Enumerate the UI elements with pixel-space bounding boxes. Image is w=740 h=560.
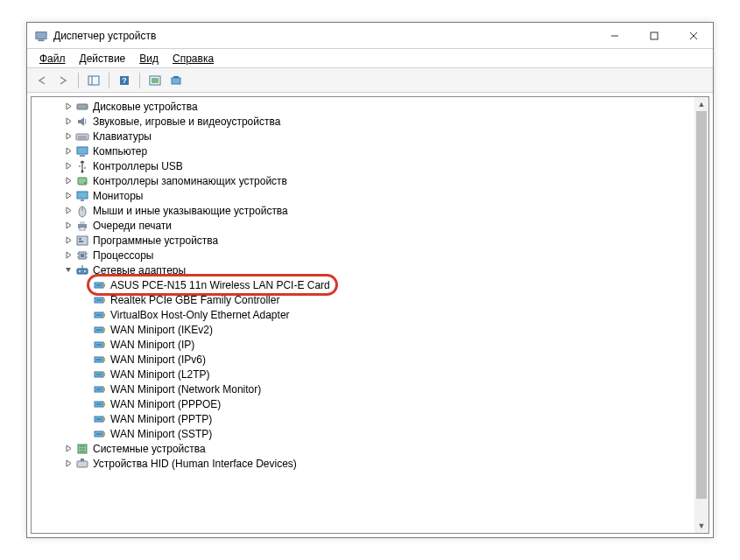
software-icon (75, 234, 89, 248)
tree-item[interactable]: Процессоры (32, 248, 694, 262)
svg-rect-20 (80, 155, 85, 157)
netadapter-icon (93, 397, 107, 411)
svg-rect-66 (103, 388, 105, 391)
chevron-right-icon[interactable] (63, 444, 74, 452)
chevron-right-icon[interactable] (63, 102, 74, 110)
tree-item[interactable]: Контроллеры запоминающих устройств (32, 173, 694, 188)
svg-rect-48 (103, 298, 105, 302)
close-button[interactable] (673, 23, 713, 49)
tree-item[interactable]: Мыши и иные указывающие устройства (32, 203, 694, 218)
back-button[interactable] (32, 71, 52, 90)
tree-item[interactable]: Дисковые устройства (32, 99, 694, 114)
scroll-thumb[interactable] (696, 111, 707, 499)
svg-rect-81 (77, 461, 88, 467)
tree-item[interactable]: WAN Miniport (L2TP) (32, 367, 694, 382)
cpu-icon (75, 248, 89, 262)
chevron-right-icon[interactable] (63, 192, 74, 200)
tree-item[interactable]: WAN Miniport (SSTP) (32, 426, 694, 441)
toolbar: ? (27, 68, 713, 93)
tree-item[interactable]: WAN Miniport (IPv6) (32, 352, 694, 367)
chevron-right-icon[interactable] (63, 251, 74, 259)
scroll-up-button[interactable]: ▲ (694, 97, 708, 111)
svg-point-42 (84, 270, 86, 272)
tree-item-label: WAN Miniport (IPv6) (110, 354, 206, 366)
tree-item[interactable]: Realtek PCIe GBE Family Controller (32, 292, 694, 307)
svg-rect-35 (81, 254, 84, 257)
chevron-right-icon[interactable] (63, 459, 74, 467)
show-hide-tree-button[interactable] (84, 71, 103, 90)
tree-item-label: Компьютер (93, 145, 147, 158)
menu-view[interactable]: Вид (132, 51, 166, 66)
tree-item[interactable]: VirtualBox Host-Only Ethernet Adapter (32, 307, 694, 322)
svg-rect-51 (103, 313, 105, 317)
tree-item[interactable]: Мониторы (32, 188, 694, 203)
scan-hardware-button[interactable] (145, 71, 165, 90)
tree-item-label: Системные устройства (93, 443, 206, 455)
scroll-down-button[interactable]: ▼ (694, 519, 708, 533)
tree-item-label: WAN Miniport (L2TP) (110, 368, 210, 381)
tree-item-label: Звуковые, игровые и видеоустройства (93, 116, 280, 128)
tree-item[interactable]: Очереди печати (32, 218, 694, 233)
menu-file[interactable]: Файл (32, 51, 73, 66)
tree-item[interactable]: WAN Miniport (IP) (32, 337, 694, 352)
menu-action[interactable]: Действие (73, 51, 133, 66)
svg-rect-63 (103, 373, 105, 376)
tree-item-label: WAN Miniport (PPTP) (110, 413, 212, 425)
chevron-right-icon[interactable] (63, 206, 74, 214)
tree-item-label: Программные устройства (93, 234, 218, 247)
svg-rect-29 (80, 221, 85, 224)
chevron-right-icon[interactable] (63, 177, 74, 185)
tree-item[interactable]: Сетевые адаптеры (32, 262, 694, 277)
netadapter-icon (93, 368, 107, 382)
svg-rect-45 (103, 284, 105, 287)
tree-item-label: Очереди печати (93, 220, 172, 232)
device-tree[interactable]: Дисковые устройстваЗвуковые, игровые и в… (32, 97, 694, 533)
scroll-track[interactable] (694, 111, 708, 519)
tree-item[interactable]: Звуковые, игровые и видеоустройства (32, 114, 694, 129)
tree-item-label: VirtualBox Host-Only Ethernet Adapter (110, 309, 290, 321)
svg-rect-60 (103, 358, 105, 361)
device-tree-pane: Дисковые устройстваЗвуковые, игровые и в… (31, 96, 709, 534)
netadapter-icon (93, 338, 107, 352)
svg-rect-72 (103, 417, 105, 421)
tree-item[interactable]: Системные устройства (32, 441, 694, 456)
chevron-down-icon[interactable] (63, 266, 74, 274)
disk-icon (75, 100, 89, 114)
netadapter-icon (93, 278, 107, 292)
tree-item[interactable]: Клавиатуры (32, 129, 694, 144)
maximize-button[interactable] (634, 23, 673, 49)
tree-item-label: Контроллеры USB (93, 160, 183, 172)
storage-icon (75, 174, 89, 188)
properties-button[interactable] (166, 71, 186, 90)
vertical-scrollbar[interactable]: ▲ ▼ (694, 97, 708, 533)
menu-help[interactable]: Справка (166, 51, 221, 66)
svg-rect-6 (88, 76, 99, 85)
chevron-right-icon[interactable] (63, 147, 74, 155)
chevron-right-icon[interactable] (63, 117, 74, 125)
chevron-right-icon[interactable] (63, 162, 74, 170)
tree-item[interactable]: WAN Miniport (IKEv2) (32, 322, 694, 337)
svg-point-23 (84, 182, 86, 184)
tree-item[interactable]: ASUS PCE-N15 11n Wireless LAN PCI-E Card (32, 277, 694, 292)
svg-rect-82 (81, 458, 84, 461)
chevron-right-icon[interactable] (63, 236, 74, 244)
minimize-button[interactable] (595, 23, 634, 49)
tree-item[interactable]: Устройства HID (Human Interface Devices) (32, 456, 694, 471)
tree-item[interactable]: Контроллеры USB (32, 158, 694, 173)
tree-item[interactable]: WAN Miniport (PPTP) (32, 411, 694, 426)
menubar: Файл Действие Вид Справка (27, 49, 713, 68)
tree-item-label: Мыши и иные указывающие устройства (93, 205, 288, 217)
printer-icon (75, 219, 89, 233)
forward-button[interactable] (53, 71, 73, 90)
tree-item[interactable]: WAN Miniport (Network Monitor) (32, 382, 694, 396)
monitor-icon (75, 189, 89, 203)
svg-text:?: ? (122, 76, 127, 85)
tree-item-label: Устройства HID (Human Interface Devices) (93, 458, 297, 470)
help-button[interactable]: ? (115, 71, 134, 90)
chevron-right-icon[interactable] (63, 132, 74, 140)
chevron-right-icon[interactable] (63, 221, 74, 229)
tree-item[interactable]: WAN Miniport (PPPOE) (32, 396, 694, 411)
tree-item[interactable]: Программные устройства (32, 233, 694, 248)
svg-rect-33 (79, 241, 83, 242)
tree-item[interactable]: Компьютер (32, 144, 694, 158)
